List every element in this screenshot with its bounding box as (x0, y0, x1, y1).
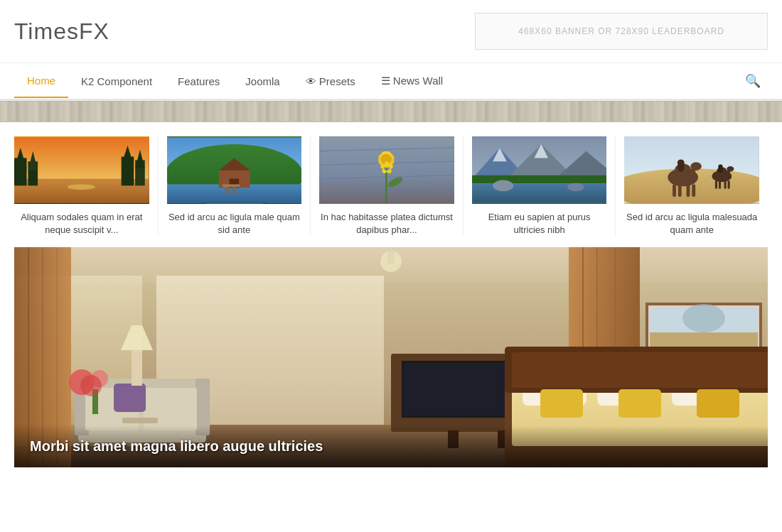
article-caption-5: Sed id arcu ac ligula malesuada quam ant… (624, 211, 759, 237)
banner-ad: 468x60 Banner or 728x90 Leaderboard (475, 13, 768, 50)
svg-rect-112 (540, 389, 583, 418)
svg-rect-51 (692, 184, 696, 197)
svg-rect-56 (727, 170, 730, 180)
svg-point-53 (677, 159, 685, 166)
site-header: TimesFX 468x60 Banner or 728x90 Leaderbo… (0, 0, 782, 63)
list-icon: ☰ (381, 75, 390, 87)
article-image-5 (624, 136, 759, 204)
svg-rect-85 (114, 384, 146, 412)
article-image-3 (319, 136, 454, 204)
svg-rect-61 (728, 180, 730, 188)
article-card-3[interactable]: In hac habitasse platea dictumst dapibus… (311, 136, 464, 237)
svg-rect-19 (222, 184, 239, 187)
articles-strip: Aliquam sodales quam in erat neque susci… (0, 122, 782, 247)
svg-rect-86 (132, 350, 142, 386)
svg-rect-116 (387, 251, 395, 264)
article-card-4[interactable]: Etiam eu sapien at purus ultricies nibh (464, 136, 616, 237)
hero-overlay: Morbi sit amet magna libero augue ultric… (14, 425, 768, 467)
svg-point-30 (381, 154, 392, 165)
svg-point-57 (727, 166, 734, 172)
svg-rect-50 (687, 184, 690, 197)
article-image-1 (14, 136, 149, 204)
svg-rect-111 (512, 352, 768, 388)
nav-item-home[interactable]: Home (14, 65, 68, 98)
article-caption-1: Aliquam sodales quam in erat neque susci… (14, 211, 149, 237)
svg-point-92 (80, 375, 102, 396)
wood-texture-strip (0, 101, 782, 122)
svg-rect-60 (724, 180, 727, 188)
article-card-1[interactable]: Aliquam sodales quam in erat neque susci… (14, 136, 159, 237)
article-image-4 (472, 136, 607, 204)
svg-point-41 (567, 183, 584, 191)
svg-rect-114 (697, 389, 739, 418)
main-nav: Home K2 Component Features Joomla 👁 Pres… (0, 63, 782, 101)
svg-rect-58 (715, 180, 717, 188)
svg-rect-59 (719, 180, 721, 188)
hero-title: Morbi sit amet magna libero augue ultric… (30, 438, 752, 455)
article-image-2 (167, 136, 302, 204)
nav-item-features[interactable]: Features (165, 65, 232, 97)
article-card-2[interactable]: Sed id arcu ac ligula male quam sid ante (159, 136, 311, 237)
svg-rect-39 (472, 183, 607, 202)
svg-rect-49 (678, 184, 682, 197)
svg-rect-113 (618, 389, 661, 418)
article-caption-4: Etiam eu sapien at purus ultricies nibh (472, 211, 607, 237)
svg-point-10 (68, 184, 95, 190)
article-card-5[interactable]: Sed id arcu ac ligula malesuada quam ant… (616, 136, 768, 237)
svg-rect-38 (472, 175, 607, 184)
svg-rect-88 (122, 418, 158, 423)
site-logo[interactable]: TimesFX (14, 18, 109, 45)
svg-point-40 (493, 180, 513, 192)
svg-point-101 (682, 304, 725, 332)
nav-item-presets[interactable]: 👁 Presets (293, 65, 368, 97)
svg-rect-84 (144, 388, 197, 430)
hero-section[interactable]: Morbi sit amet magna libero augue ultric… (14, 247, 768, 467)
nav-list: Home K2 Component Features Joomla 👁 Pres… (14, 65, 456, 98)
svg-point-63 (719, 165, 723, 169)
svg-rect-48 (673, 184, 676, 197)
article-caption-2: Sed id arcu ac ligula male quam sid ante (167, 211, 302, 237)
svg-rect-46 (691, 168, 696, 182)
svg-point-47 (691, 162, 702, 170)
search-icon[interactable]: 🔍 (738, 63, 768, 99)
eye-icon: 👁 (306, 75, 316, 87)
nav-item-joomla[interactable]: Joomla (232, 65, 292, 97)
nav-item-k2[interactable]: K2 Component (68, 65, 165, 97)
nav-item-newswall[interactable]: ☰ News Wall (368, 65, 456, 97)
article-caption-3: In hac habitasse platea dictumst dapibus… (319, 211, 454, 237)
